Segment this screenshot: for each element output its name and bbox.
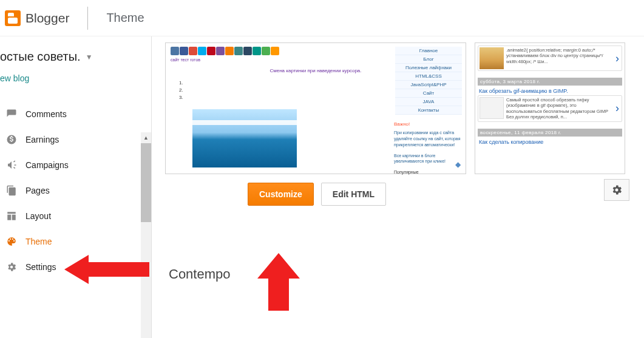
main-content: сайт тест готов Смена картинки при навед… [152, 36, 644, 338]
chevron-right-icon: › [614, 102, 620, 115]
sidebar-item-campaigns[interactable]: Campaigns [0, 152, 151, 178]
pages-icon [6, 185, 17, 196]
brand-text: Blogger [25, 11, 69, 25]
sidebar: остые советы. ▼ ew blog Comments Earning… [0, 36, 152, 338]
gear-icon [611, 184, 623, 196]
post-title: Как сделать копирование [478, 137, 622, 146]
post-thumbnail [480, 97, 504, 119]
header-divider [87, 7, 88, 30]
layout-icon [6, 211, 17, 221]
earnings-icon [6, 134, 17, 145]
sidebar-item-label: Theme [25, 237, 52, 246]
post-date: суббота, 3 марта 2018 г. [478, 78, 622, 86]
preview-post: .animate2{ position:relative; margin:0 a… [478, 46, 622, 71]
app-header: Blogger Theme [0, 0, 644, 36]
theme-section-title: Contempo [169, 266, 632, 282]
post-title: Как обрезать gif-анимацию в GIMP. [478, 86, 622, 95]
sidebar-item-label: Pages [25, 186, 50, 195]
campaigns-icon [6, 160, 17, 171]
preview-menu: Главное Блог Полезные лайфхаки HTML&CSS … [395, 47, 462, 115]
annotation-arrow-left [64, 252, 149, 286]
sidebar-item-layout[interactable]: Layout [0, 203, 151, 229]
pin-icon: ◆ [455, 160, 461, 169]
post-excerpt: Самый простой способ обрезать гифку (изо… [506, 97, 612, 120]
sidebar-item-label: Settings [25, 262, 56, 272]
sidebar-item-label: Layout [25, 211, 51, 221]
sidebar-item-label: Earnings [25, 135, 59, 144]
blog-selector[interactable]: остые советы. ▼ [0, 45, 151, 67]
preview-row: сайт тест готов Смена картинки при навед… [165, 42, 632, 174]
comments-icon [6, 109, 17, 120]
sidebar-scrollbar-thumb[interactable] [141, 143, 151, 222]
edit-html-button[interactable]: Edit HTML [321, 183, 386, 206]
sidebar-item-earnings[interactable]: Earnings [0, 127, 151, 152]
preview-sidebar-text: Важно! При копировании кода с сайта удал… [394, 121, 462, 175]
view-blog-link[interactable]: ew blog [0, 67, 151, 94]
post-date: воскресенье, 11 февраля 2018 г. [478, 129, 622, 137]
scrollbar-up-button[interactable]: ▲ [141, 132, 151, 143]
live-blog-preview[interactable]: сайт тест готов Смена картинки при навед… [165, 42, 466, 174]
settings-icon [6, 262, 17, 272]
sidebar-item-label: Comments [25, 109, 67, 119]
sidebar-item-theme[interactable]: Theme [0, 229, 151, 254]
theme-icon [6, 236, 17, 247]
preview-post: воскресенье, 11 февраля 2018 г. Как сдел… [478, 126, 622, 146]
preview-post: суббота, 3 марта 2018 г. Как обрезать gi… [478, 75, 622, 122]
sidebar-item-pages[interactable]: Pages [0, 178, 151, 203]
theme-settings-button[interactable] [604, 179, 629, 201]
sidebar-item-comments[interactable]: Comments [0, 101, 151, 127]
post-thumbnail [480, 47, 504, 69]
mobile-blog-preview[interactable]: .animate2{ position:relative; margin:0 a… [475, 42, 625, 174]
chevron-down-icon: ▼ [86, 53, 93, 61]
blog-selector-label: остые советы. [0, 50, 81, 64]
blogger-logo-icon [5, 10, 21, 26]
svg-marker-1 [257, 253, 300, 311]
preview-image [192, 109, 297, 167]
sidebar-item-label: Campaigns [25, 160, 69, 170]
page-title: Theme [106, 11, 144, 25]
customize-button[interactable]: Customize [248, 183, 314, 206]
post-excerpt: .animate2{ position:relative; margin:0 a… [506, 47, 612, 64]
svg-marker-0 [64, 255, 149, 284]
chevron-right-icon: › [614, 52, 620, 65]
theme-action-buttons: Customize Edit HTML [248, 183, 632, 206]
annotation-arrow-up [257, 253, 300, 311]
